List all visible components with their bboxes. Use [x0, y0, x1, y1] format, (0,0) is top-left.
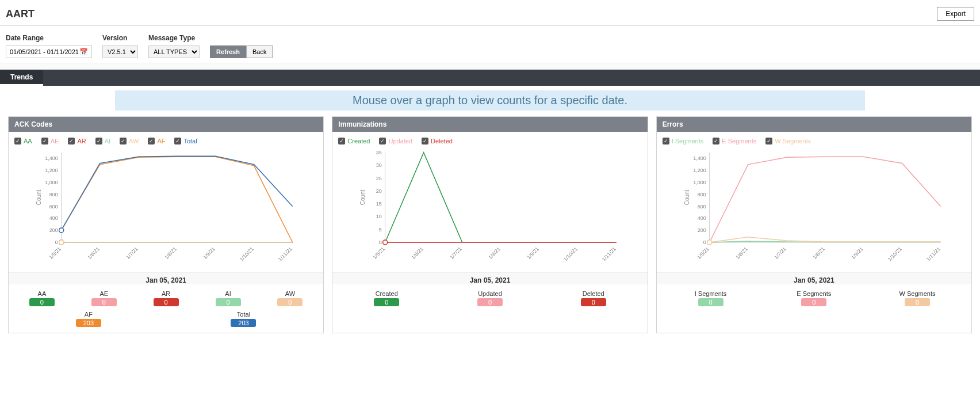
legend-item-ai[interactable]: ✓AI [95, 138, 110, 144]
calendar-icon[interactable]: 📅 [79, 48, 88, 56]
checkbox-icon[interactable]: ✓ [422, 138, 428, 144]
chart-svg: 02004006008001,0001,2001,400Count1/5/211… [14, 148, 317, 263]
panel-body: ✓Created✓Updated✓Deleted05101520253035Co… [332, 132, 647, 269]
stat-value: 0 [277, 298, 303, 306]
stat-value: 0 [581, 298, 606, 306]
legend-item-aa[interactable]: ✓AA [14, 138, 32, 144]
svg-text:1/5/21: 1/5/21 [696, 246, 710, 260]
export-button[interactable]: Export [937, 7, 974, 21]
svg-text:20: 20 [376, 188, 382, 194]
svg-text:Count: Count [36, 189, 42, 205]
legend-item-af[interactable]: ✓AF [148, 138, 165, 144]
checkbox-icon[interactable]: ✓ [41, 138, 48, 144]
checkbox-icon[interactable]: ✓ [174, 138, 181, 144]
stat-value: 0 [698, 298, 723, 306]
checkbox-icon[interactable]: ✓ [765, 138, 772, 144]
date-range-input[interactable]: 📅 [6, 45, 92, 58]
legend-label: AF [157, 138, 165, 144]
legend-label: AI [105, 138, 110, 144]
svg-text:Count: Count [359, 189, 366, 205]
chart-area[interactable]: 05101520253035Count1/5/211/6/211/7/211/8… [338, 148, 641, 263]
action-buttons: Refresh Back [210, 34, 273, 58]
msgtype-select[interactable]: ALL TYPES [148, 45, 200, 58]
tab-trends[interactable]: Trends [0, 70, 43, 86]
svg-text:1/7/21: 1/7/21 [449, 246, 464, 260]
stat-label: AR [162, 290, 170, 297]
svg-text:1/6/21: 1/6/21 [411, 246, 425, 260]
panel-header: ACK Codes [9, 117, 323, 132]
legend-label: W Segments [775, 138, 811, 144]
chart-legend: ✓Created✓Updated✓Deleted [338, 138, 641, 144]
stat-value: 0 [154, 298, 179, 306]
date-range-group: Date Range 📅 [6, 34, 92, 58]
stat-label: Updated [478, 290, 502, 297]
checkbox-icon[interactable]: ✓ [120, 138, 127, 144]
legend-label: E Segments [722, 138, 756, 144]
svg-text:10: 10 [376, 214, 382, 219]
svg-text:35: 35 [376, 150, 382, 155]
chart-svg: 05101520253035Count1/5/211/6/211/7/211/8… [338, 148, 641, 263]
legend-label: AR [77, 138, 86, 144]
svg-text:1/6/21: 1/6/21 [86, 246, 101, 260]
panel-body: ✓I Segments✓E Segments✓W Segments0200400… [657, 132, 971, 269]
stat-value: 0 [905, 298, 930, 306]
legend-item-total[interactable]: ✓Total [174, 138, 197, 144]
checkbox-icon[interactable]: ✓ [663, 138, 669, 144]
checkbox-icon[interactable]: ✓ [338, 138, 345, 144]
version-select[interactable]: V2.5.1 [102, 45, 138, 58]
svg-text:1/10/21: 1/10/21 [239, 246, 255, 262]
msgtype-label: Message Type [148, 34, 200, 42]
svg-text:1,000: 1,000 [693, 180, 706, 185]
legend-item-i-segments[interactable]: ✓I Segments [663, 138, 704, 144]
svg-text:1/11/21: 1/11/21 [601, 246, 617, 262]
svg-text:200: 200 [49, 227, 58, 233]
legend-item-ar[interactable]: ✓AR [68, 138, 86, 144]
chart-stats: I Segments0E Segments0W Segments0 [657, 284, 971, 312]
app-title: AART [6, 8, 35, 20]
chart-area[interactable]: 02004006008001,0001,2001,400Count1/5/211… [14, 148, 317, 263]
stat-value: 0 [801, 298, 826, 306]
stat-label: Deleted [583, 290, 604, 297]
stat-value: 0 [477, 298, 503, 306]
svg-text:1/9/21: 1/9/21 [526, 246, 541, 260]
chart-stats: AA0AE0AR0AI0AW0AF203Total203 [9, 284, 323, 333]
legend-item-aw[interactable]: ✓AW [120, 138, 139, 144]
checkbox-icon[interactable]: ✓ [14, 138, 21, 144]
checkbox-icon[interactable]: ✓ [713, 138, 719, 144]
panel-header: Errors [657, 117, 971, 132]
svg-text:Count: Count [683, 189, 690, 205]
checkbox-icon[interactable]: ✓ [95, 138, 102, 144]
svg-text:400: 400 [49, 215, 58, 221]
stat-e-segments: E Segments0 [788, 290, 840, 306]
legend-label: Updated [388, 138, 412, 144]
svg-text:400: 400 [697, 215, 706, 221]
legend-item-e-segments[interactable]: ✓E Segments [713, 138, 756, 144]
back-button[interactable]: Back [246, 45, 273, 58]
stat-deleted: Deleted0 [568, 290, 619, 306]
checkbox-icon[interactable]: ✓ [148, 138, 155, 144]
stat-ai: AI0 [202, 290, 254, 306]
legend-label: AW [129, 138, 139, 144]
date-range-field[interactable] [10, 48, 79, 55]
svg-text:600: 600 [49, 204, 58, 210]
svg-point-45 [383, 240, 388, 245]
legend-item-ae[interactable]: ✓AE [41, 138, 59, 144]
chart-area[interactable]: 02004006008001,0001,2001,400Count1/5/211… [663, 148, 966, 263]
stat-label: AF [85, 311, 93, 318]
svg-text:0: 0 [55, 239, 58, 245]
svg-point-24 [59, 228, 64, 233]
legend-item-w-segments[interactable]: ✓W Segments [765, 138, 811, 144]
legend-label: AE [51, 138, 59, 144]
refresh-button[interactable]: Refresh [210, 45, 246, 58]
chart-stats: Created0Updated0Deleted0 [332, 284, 647, 312]
chart-date-caption: Jan 05, 2021 [9, 272, 323, 284]
legend-item-updated[interactable]: ✓Updated [379, 138, 412, 144]
checkbox-icon[interactable]: ✓ [379, 138, 386, 144]
legend-item-deleted[interactable]: ✓Deleted [422, 138, 453, 144]
svg-text:800: 800 [697, 192, 706, 197]
stat-af: AF203 [63, 311, 114, 327]
legend-item-created[interactable]: ✓Created [338, 138, 370, 144]
checkbox-icon[interactable]: ✓ [68, 138, 75, 144]
stat-aw: AW0 [264, 290, 316, 306]
svg-text:0: 0 [703, 239, 706, 245]
